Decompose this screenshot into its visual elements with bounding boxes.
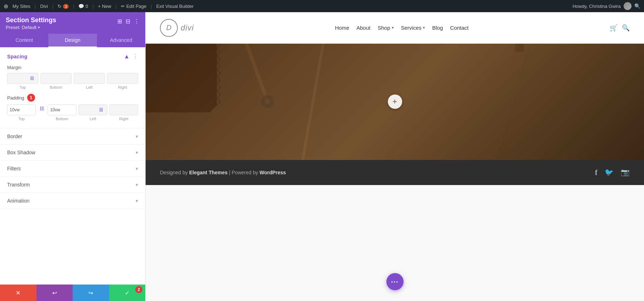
margin-top-input-wrapper[interactable]: ⛓: [7, 73, 38, 84]
margin-top-input[interactable]: [10, 76, 29, 81]
admin-search-icon[interactable]: 🔍: [634, 3, 640, 9]
border-section[interactable]: Border ▾: [0, 128, 145, 145]
padding-right-input-wrapper[interactable]: [109, 105, 138, 115]
tab-content[interactable]: Content: [0, 34, 48, 47]
layout-icon[interactable]: ⊟: [126, 18, 130, 25]
save-button[interactable]: ✓ 2: [109, 285, 146, 301]
panel-preset[interactable]: Preset: Default ▾: [6, 25, 56, 30]
admin-bar: ⊕ My Sites | Divi | ↻ 3 | 💬 0 | + New | …: [0, 0, 644, 12]
margin-left-input[interactable]: [76, 76, 102, 81]
padding-bottom-label: Bottom: [56, 117, 68, 121]
panel-header: Section Settings Preset: Default ▾ ⊞ ⊟ ⋮: [0, 12, 145, 34]
left-panel: Section Settings Preset: Default ▾ ⊞ ⊟ ⋮…: [0, 12, 146, 301]
animation-section[interactable]: Animation ▾: [0, 193, 145, 209]
floating-options-button[interactable]: ●●●: [386, 273, 404, 290]
margin-bottom-input[interactable]: [43, 76, 69, 81]
padding-left-label: Left: [89, 117, 96, 121]
redo-button[interactable]: ↪: [73, 285, 109, 301]
box-shadow-section[interactable]: Box Shadow ▾: [0, 145, 145, 161]
spacing-menu-icon[interactable]: ⋮: [132, 53, 138, 60]
animation-arrow-icon: ▾: [136, 198, 138, 204]
filters-section[interactable]: Filters ▾: [0, 161, 145, 177]
margin-bottom-input-wrapper[interactable]: [40, 73, 72, 84]
expand-icon[interactable]: ⊞: [117, 18, 122, 25]
spacing-section: Spacing ▲ ⋮ Margin ⛓: [0, 47, 145, 128]
transform-arrow-icon: ▾: [136, 182, 138, 188]
padding-link-btn[interactable]: ⛓: [38, 105, 45, 121]
padding-right-input[interactable]: [112, 107, 136, 112]
website-area: D divi Home About Shop ▾ Services ▾ Blog…: [146, 12, 644, 301]
padding-top-input-wrapper[interactable]: [7, 105, 36, 115]
nav-services[interactable]: Services ▾: [401, 25, 425, 31]
undo-button[interactable]: ↩: [36, 285, 73, 301]
site-search-icon[interactable]: 🔍: [622, 24, 630, 32]
twitter-icon[interactable]: 🐦: [605, 168, 614, 177]
nav-shop[interactable]: Shop ▾: [377, 25, 394, 31]
panel-title: Section Settings: [6, 16, 56, 24]
box-shadow-title: Box Shadow: [7, 150, 35, 155]
margin-right-label: Right: [118, 85, 127, 89]
cart-icon[interactable]: 🛒: [610, 24, 618, 32]
margin-right-input-wrapper[interactable]: [107, 73, 138, 84]
nav-home[interactable]: Home: [335, 25, 349, 31]
save-icon: ✓: [125, 290, 130, 296]
site-nav: Home About Shop ▾ Services ▾ Blog Contac…: [335, 25, 469, 31]
margin-group: Margin ⛓ Top: [7, 65, 138, 89]
padding-left-field: ⛓ Left: [79, 105, 107, 121]
bottom-bar: ✕ ↩ ↪ ✓ 2: [0, 285, 145, 301]
padding-link-icon[interactable]: ⛓: [38, 106, 45, 111]
hero-add-button[interactable]: +: [388, 94, 402, 109]
padding-left-input-wrapper[interactable]: ⛓: [79, 105, 107, 115]
tab-design[interactable]: Design: [48, 34, 97, 47]
padding-left-input[interactable]: [81, 107, 98, 112]
spacing-collapse-icon[interactable]: ▲: [124, 53, 130, 60]
filters-arrow-icon: ▾: [136, 166, 138, 171]
my-sites-link[interactable]: My Sites: [13, 4, 30, 9]
margin-label: Margin: [7, 65, 138, 70]
nav-contact[interactable]: Contact: [450, 25, 469, 31]
cancel-button[interactable]: ✕: [0, 285, 36, 301]
comments-link[interactable]: 💬 0: [78, 4, 88, 9]
separator3: |: [73, 4, 74, 9]
tab-advanced[interactable]: Advanced: [97, 34, 145, 47]
nav-blog[interactable]: Blog: [432, 25, 443, 31]
separator4: |: [92, 4, 93, 9]
instagram-icon[interactable]: 📷: [621, 168, 630, 177]
padding-bottom-input-wrapper[interactable]: [48, 105, 76, 115]
margin-top-field: ⛓ Top: [7, 73, 38, 89]
padding-bottom-input[interactable]: [50, 107, 74, 112]
divi-link[interactable]: Divi: [40, 4, 48, 9]
panel-tabs: Content Design Advanced: [0, 34, 145, 47]
nav-about[interactable]: About: [356, 25, 370, 31]
transform-title: Transform: [7, 182, 30, 188]
hero-content: +: [146, 44, 644, 160]
howdy-text: Howdy, Christina Gwira: [572, 4, 621, 9]
transform-section[interactable]: Transform ▾: [0, 177, 145, 193]
more-options-icon[interactable]: ⋮: [134, 18, 140, 25]
margin-left-input-wrapper[interactable]: [74, 73, 105, 84]
margin-bottom-field: Bottom: [40, 73, 72, 89]
margin-left-field: Left: [74, 73, 105, 89]
user-avatar[interactable]: [624, 2, 631, 10]
spacing-section-header: Spacing ▲ ⋮: [7, 53, 138, 60]
padding-left-link-icon[interactable]: ⛓: [99, 107, 103, 112]
site-logo: D divi: [160, 19, 194, 37]
margin-top-link-icon[interactable]: ⛓: [30, 76, 34, 81]
border-arrow-icon: ▾: [136, 133, 138, 139]
new-link[interactable]: + New: [98, 4, 111, 9]
facebook-icon[interactable]: f: [595, 168, 597, 177]
footer-text: Designed by Elegant Themes | Powered by …: [160, 170, 286, 175]
site-footer: Designed by Elegant Themes | Powered by …: [146, 160, 644, 185]
wp-logo-icon[interactable]: ⊕: [4, 3, 8, 10]
services-chevron-icon: ▾: [423, 25, 425, 30]
separator5: |: [116, 4, 117, 9]
margin-top-label: Top: [20, 85, 26, 89]
updates-icon[interactable]: ↻ 3: [58, 4, 69, 9]
margin-right-input[interactable]: [109, 76, 136, 81]
edit-page-link[interactable]: ✏ Edit Page: [121, 4, 146, 9]
margin-right-field: Right: [107, 73, 138, 89]
floating-dots-icon: ●●●: [391, 280, 399, 283]
margin-bottom-label: Bottom: [50, 85, 62, 89]
padding-top-input[interactable]: [10, 107, 33, 112]
exit-builder-link[interactable]: Exit Visual Builder: [156, 4, 194, 9]
